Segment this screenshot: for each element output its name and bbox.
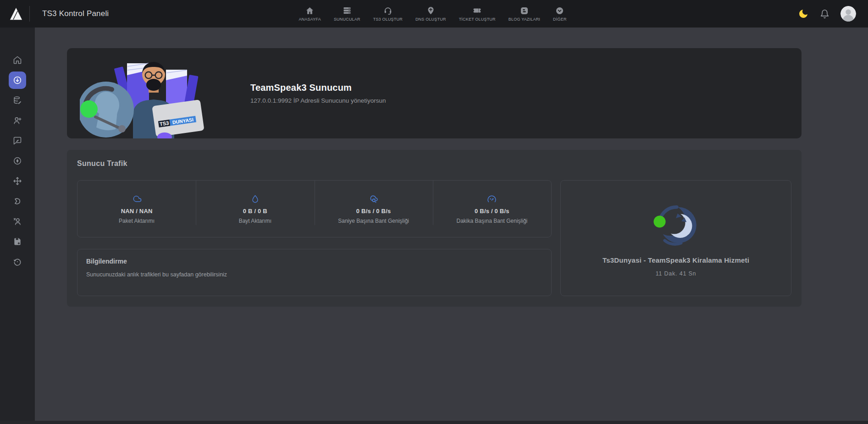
sidebar-item-messages[interactable] — [9, 132, 26, 149]
database-edit-icon — [13, 96, 22, 105]
stat-dakika-bant-genisligi: 0 B/s / 0 B/s Dakika Başına Bant Genişli… — [433, 181, 551, 237]
home-icon — [305, 6, 314, 15]
server-heading: TeamSpeak3 Sunucum 127.0.0.1:9992 İP Adr… — [250, 83, 386, 104]
left-sidebar — [0, 28, 35, 421]
home-icon — [13, 55, 22, 65]
brand-divider — [29, 6, 30, 22]
ticket-icon — [472, 6, 482, 15]
cloud-icon — [132, 193, 142, 204]
sidebar-item-server-dashboard[interactable] — [9, 72, 26, 89]
app-title: TS3 Kontrol Paneli — [42, 9, 109, 18]
sidebar-item-remove-user[interactable] — [9, 213, 26, 230]
sidebar-item-database-edit[interactable] — [9, 92, 26, 109]
nav-item-anasayfa[interactable]: ANASAYFA — [296, 6, 323, 22]
nav-item-ticket-olustur[interactable]: TİCKET OLUŞTUR — [456, 6, 498, 22]
sidebar-item-backup[interactable] — [9, 233, 26, 250]
arrow-down-circle-icon — [13, 76, 22, 85]
sidebar-item-target[interactable] — [9, 152, 26, 170]
navbar-actions — [569, 6, 856, 22]
sidebar-item-add-user[interactable] — [9, 112, 26, 129]
bell-icon[interactable] — [820, 9, 829, 19]
stat-paket-aktarimi: NAN / NAN Paket Aktarımı — [77, 181, 196, 237]
stat-bayt-aktarimi: 0 B / 0 B Bayt Aktarımı — [196, 181, 314, 237]
support-illustration: TS3 DUNYASI — [80, 51, 217, 138]
user-avatar[interactable] — [840, 6, 856, 22]
save-plus-icon — [13, 237, 22, 246]
main-nav: ANASAYFA SUNUCULAR TS3 OLUŞTUR DNS OLUŞT… — [296, 6, 569, 22]
cloud-search-icon — [368, 193, 379, 204]
headset-icon — [383, 6, 393, 15]
sidebar-item-history[interactable] — [9, 253, 26, 270]
gauge-icon — [487, 193, 497, 204]
blogger-icon — [520, 6, 529, 15]
history-icon — [13, 257, 22, 266]
brand[interactable]: TS3 Kontrol Paneli — [9, 6, 296, 22]
message-edit-icon — [13, 136, 22, 145]
user-plus-icon — [13, 116, 22, 125]
hosting-name: Ts3Dunyasi - TeamSpeak3 Kiralama Hizmeti — [603, 256, 749, 264]
hosting-panel: Ts3Dunyasi - TeamSpeak3 Kiralama Hizmeti… — [560, 180, 791, 296]
main-content: TS3 DUNYASI TeamSpeak3 Sunucum — [35, 28, 868, 421]
server-hero-card: TS3 DUNYASI TeamSpeak3 Sunucum — [67, 48, 802, 138]
sidebar-item-ts3dunyasi[interactable] — [9, 193, 26, 210]
server-title: TeamSpeak3 Sunucum — [250, 83, 386, 93]
hosting-uptime: 11 Dak. 41 Sn — [656, 270, 697, 277]
ts3dunyasi-logo — [650, 199, 702, 251]
status-dot-green — [653, 215, 665, 227]
nav-item-ts3-olustur[interactable]: TS3 OLUŞTUR — [370, 6, 405, 22]
pin-plus-icon — [426, 6, 435, 15]
info-box: Bilgilendirme Sunucunuzdaki anlık trafik… — [77, 249, 552, 296]
sidebar-item-home[interactable] — [9, 51, 26, 69]
nav-item-blog-yazilari[interactable]: BLOG YAZILARI — [506, 6, 543, 22]
sidebar-item-move[interactable] — [9, 172, 26, 190]
stat-saniye-bant-genisligi: 0 B/s / 0 B/s Saniye Başına Bant Genişli… — [315, 181, 433, 237]
server-subtitle: 127.0.0.1:9992 İP Adresli Sunucunu yönet… — [250, 97, 386, 104]
user-x-icon — [13, 217, 22, 226]
app-logo-triangle-icon — [9, 6, 23, 21]
server-traffic-card: Sunucu Trafik NAN / NAN Paket Aktarımı — [67, 150, 802, 307]
nav-item-diger[interactable]: DİĞER — [550, 6, 569, 22]
ts3dunyasi-mark-icon — [13, 197, 22, 206]
top-navbar: TS3 Kontrol Paneli ANASAYFA SUNUCULAR TS… — [0, 0, 868, 28]
circle-chevron-down-icon — [555, 6, 564, 15]
target-icon — [13, 156, 22, 165]
info-title: Bilgilendirme — [86, 258, 542, 265]
page-layout: TS3 DUNYASI TeamSpeak3 Sunucum — [0, 28, 868, 421]
traffic-stats-box: NAN / NAN Paket Aktarımı 0 B / 0 B Bayt … — [77, 180, 552, 237]
droplet-icon — [250, 193, 260, 204]
info-text: Sunucunuzdaki anlık trafikleri bu sayfad… — [86, 271, 542, 278]
section-title: Sunucu Trafik — [77, 160, 791, 168]
servers-icon — [343, 6, 352, 15]
moon-icon[interactable] — [798, 8, 809, 19]
move-icon — [13, 176, 22, 186]
nav-item-dns-olustur[interactable]: DNS OLUŞTUR — [413, 6, 449, 22]
nav-item-sunucular[interactable]: SUNUCULAR — [331, 6, 363, 22]
